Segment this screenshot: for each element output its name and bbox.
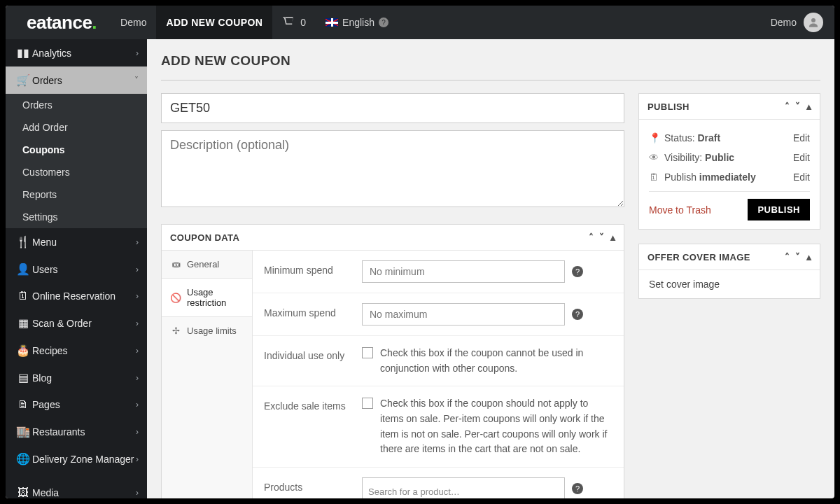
chevron-right-icon: ›: [136, 488, 139, 498]
set-cover-image-link[interactable]: Set cover image: [649, 279, 720, 290]
sidebar-item-menu[interactable]: 🍴Menu›: [6, 228, 147, 255]
prohibited-icon: 🚫: [170, 293, 181, 303]
sidebar-subitem-add-order[interactable]: Add Order: [6, 116, 147, 139]
topnav-active-page[interactable]: ADD NEW COUPON: [156, 6, 272, 39]
panel-header: COUPON DATA ˄ ˅ ▴: [162, 225, 624, 250]
sidebar-item-label: Delivery Zone Manager: [32, 454, 134, 465]
exclude-sale-checkbox[interactable]: [362, 398, 373, 409]
exclude-sale-text: Check this box if the coupon should not …: [380, 396, 612, 457]
sidebar-item-online-reservation[interactable]: 🗓Online Reservation›: [6, 283, 147, 309]
app-root: eatance. Demo ADD NEW COUPON 0 English ?…: [6, 6, 834, 498]
min-spend-input[interactable]: [362, 260, 565, 283]
individual-use-label: Individual use only: [264, 346, 362, 361]
sidebar-item-label: Media: [32, 487, 59, 498]
topbar: eatance. Demo ADD NEW COUPON 0 English ?…: [6, 6, 834, 39]
user-avatar-icon[interactable]: [804, 13, 823, 32]
move-to-trash-link[interactable]: Move to Trash: [649, 204, 711, 216]
triangle-up-icon[interactable]: ▴: [806, 251, 811, 262]
coupon-code-input[interactable]: [161, 93, 624, 123]
cake-icon: 🎂: [14, 344, 32, 357]
chevron-right-icon: ›: [136, 237, 139, 247]
flag-uk-icon: [326, 18, 338, 27]
exclude-sale-label: Exclude sale items: [264, 396, 362, 412]
sidebar-item-blog[interactable]: ▤Blog›: [6, 364, 147, 391]
chevron-right-icon: ›: [136, 318, 139, 328]
edit-schedule-link[interactable]: Edit: [793, 172, 810, 183]
sidebar-subitem-coupons[interactable]: Coupons: [6, 139, 147, 161]
sidebar-item-analytics[interactable]: ▮▮Analytics›: [6, 39, 147, 66]
sidebar-item-users[interactable]: 👤Users›: [6, 255, 147, 283]
sidebar-item-label: Recipes: [32, 345, 68, 356]
sidebar-subitem-reports[interactable]: Reports: [6, 183, 147, 206]
main: ADD NEW COUPON COUPON DATA ˄ ˅ ▴: [147, 39, 834, 498]
sidebar-item-pages[interactable]: 🗎Pages›: [6, 391, 147, 418]
svg-point-0: [811, 18, 816, 22]
triangle-up-icon[interactable]: ▴: [610, 232, 615, 243]
topnav-cart[interactable]: 0: [272, 6, 316, 39]
chevron-up-icon[interactable]: ˄: [589, 232, 594, 243]
chevron-up-icon[interactable]: ˄: [785, 101, 790, 112]
users-icon: 👤: [14, 262, 32, 276]
edit-visibility-link[interactable]: Edit: [793, 152, 810, 163]
coupon-data-form: Minimum spend ? Maximum spend: [253, 251, 624, 498]
sidebar-item-media[interactable]: 🖼Media›: [6, 479, 147, 498]
individual-use-checkbox[interactable]: [362, 347, 373, 358]
publish-button[interactable]: PUBLISH: [748, 199, 810, 220]
chevron-right-icon: ›: [136, 265, 139, 274]
tab-usage-limits[interactable]: ✢ Usage limits: [162, 317, 252, 344]
chevron-down-icon[interactable]: ˅: [795, 251, 800, 262]
help-icon[interactable]: ?: [572, 483, 583, 494]
sidebar-item-label: Restaurants: [32, 426, 85, 438]
cart-icon: 🛒: [14, 74, 32, 87]
calendar-icon: 🗓: [649, 172, 664, 183]
page-title: ADD NEW COUPON: [161, 53, 820, 69]
chevron-down-icon[interactable]: ˅: [599, 232, 604, 243]
chevron-right-icon: ˅: [134, 76, 139, 85]
triangle-up-icon[interactable]: ▴: [806, 101, 811, 112]
sidebar-item-label: Pages: [32, 399, 60, 410]
max-spend-label: Maximum spend: [264, 303, 362, 318]
sidebar-subitem-customers[interactable]: Customers: [6, 161, 147, 183]
chevron-right-icon: ›: [136, 427, 139, 437]
sidebar-item-orders[interactable]: 🛒Orders˅: [6, 66, 147, 94]
chevron-up-icon[interactable]: ˄: [785, 251, 790, 262]
topnav-user[interactable]: Demo: [761, 6, 797, 39]
topnav-language[interactable]: English ?: [316, 6, 398, 39]
body: ▮▮Analytics›🛒Orders˅OrdersAdd OrderCoupo…: [6, 39, 834, 498]
products-select[interactable]: Search for a product…: [362, 477, 565, 498]
sidebar-subitem-settings[interactable]: Settings: [6, 206, 147, 228]
help-icon: ?: [379, 18, 388, 27]
tab-usage-restriction[interactable]: 🚫 Usage restriction: [162, 279, 252, 317]
edit-status-link[interactable]: Edit: [793, 132, 810, 144]
panel-header: OFFER COVER IMAGE ˄ ˅ ▴: [639, 244, 820, 270]
publish-schedule-row: 🗓 Publish immediately Edit: [649, 167, 810, 187]
panel-header: PUBLISH ˄ ˅ ▴: [639, 94, 820, 119]
eye-icon: 👁: [649, 152, 664, 163]
publish-status-row: 📍 Status: Draft Edit: [649, 128, 810, 148]
coupon-description-input[interactable]: [161, 130, 624, 207]
coupon-data-panel: COUPON DATA ˄ ˅ ▴ 🎟: [161, 224, 624, 498]
qr-icon: ▦: [14, 316, 32, 330]
chevron-down-icon[interactable]: ˅: [795, 101, 800, 112]
chevron-right-icon: ›: [136, 48, 139, 58]
topnav-demo[interactable]: Demo: [111, 6, 156, 39]
help-icon[interactable]: ?: [572, 266, 583, 277]
help-icon[interactable]: ?: [572, 309, 583, 320]
sidebar-item-label: Blog: [32, 372, 52, 384]
cart-count: 0: [300, 17, 306, 28]
publish-visibility-row: 👁 Visibility: Public Edit: [649, 148, 810, 167]
sidebar-item-label: Scan & Order: [32, 318, 92, 329]
sidebar-item-label: Menu: [32, 237, 57, 248]
sidebar-item-restaurants[interactable]: 🏬Restaurants›: [6, 418, 147, 445]
tab-general[interactable]: 🎟 General: [162, 251, 252, 279]
max-spend-input[interactable]: [362, 303, 565, 326]
analytics-icon: ▮▮: [14, 46, 32, 59]
cover-image-panel: OFFER COVER IMAGE ˄ ˅ ▴ Set cover image: [638, 244, 820, 299]
sidebar-item-delivery-zone-manager[interactable]: 🌐Delivery Zone Manager›: [6, 445, 147, 472]
brand-logo[interactable]: eatance.: [6, 12, 111, 34]
blog-icon: ▤: [14, 371, 32, 384]
sidebar-item-recipes[interactable]: 🎂Recipes›: [6, 337, 147, 364]
pages-icon: 🗎: [14, 398, 32, 411]
sidebar-item-scan-order[interactable]: ▦Scan & Order›: [6, 309, 147, 337]
sidebar-subitem-orders[interactable]: Orders: [6, 94, 147, 116]
